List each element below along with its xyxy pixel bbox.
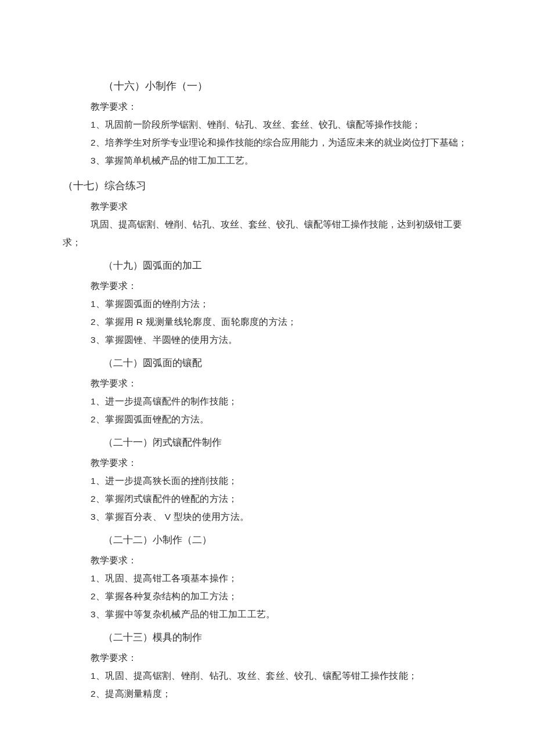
section-16-title: （十六）小制作（一） (103, 75, 470, 96)
section-17-body: 巩固、提高锯割、锉削、钻孔、攻丝、套丝、铰孔、镶配等钳工操作技能，达到初级钳工要… (63, 215, 470, 251)
section-16-item-3: 3、掌握简单机械产品的钳工加工工艺。 (91, 151, 470, 169)
section-22-title: （二十二）小制作（二） (103, 530, 470, 550)
section-23-item-2: 2、提高测量精度； (91, 685, 470, 703)
section-16-item-2: 2、培养学生对所学专业理论和操作技能的综合应用能力，为适应未来的就业岗位打下基础… (63, 133, 470, 151)
section-22-item-3: 3、掌握中等复杂机械产品的钳工加工工艺。 (91, 605, 470, 623)
section-19-item-3: 3、掌握圆锉、半圆锉的使用方法。 (91, 331, 470, 349)
section-16-item-1: 1、巩固前一阶段所学锯割、锉削、钻孔、攻丝、套丝、铰孔、镶配等操作技能； (91, 115, 470, 133)
section-22-req-label: 教学要求： (91, 551, 470, 569)
section-20-title: （二十）圆弧面的镶配 (103, 353, 470, 373)
section-20-req-label: 教学要求： (91, 374, 470, 392)
section-21-title: （二十一）闭式镶配件制作 (103, 433, 470, 453)
section-21-item-2: 2、掌握闭式镶配件的锉配的方法； (91, 490, 470, 508)
section-19-title: （十九）圆弧面的加工 (103, 256, 470, 276)
document-page: （十六）小制作（一） 教学要求： 1、巩固前一阶段所学锯割、锉削、钻孔、攻丝、套… (0, 0, 534, 749)
section-20-item-1: 1、进一步提高镶配件的制作技能； (91, 392, 470, 410)
section-19-item-2: 2、掌握用 R 规测量线轮廓度、面轮廓度的方法； (91, 313, 470, 331)
section-23-title: （二十三）模具的制作 (103, 628, 470, 648)
section-23-req-label: 教学要求： (91, 649, 470, 667)
section-21-item-1: 1、进一步提高狭长面的挫削技能； (91, 472, 470, 490)
section-22-item-2: 2、掌握各种复杂结构的加工方法； (91, 587, 470, 605)
section-17-title: （十七）综合练习 (63, 175, 470, 196)
section-16-req-label: 教学要求： (91, 97, 470, 115)
section-22-item-1: 1、巩固、提高钳工各项基本操作； (91, 569, 470, 587)
section-19-req-label: 教学要求： (91, 277, 470, 295)
section-20-item-2: 2、掌握圆弧面锉配的方法。 (91, 410, 470, 428)
section-21-item-3: 3、掌握百分表、 V 型块的使用方法。 (91, 508, 470, 526)
section-21-req-label: 教学要求： (91, 454, 470, 472)
section-17-req-label: 教学要求 (91, 197, 470, 215)
section-23-item-1: 1、巩固、提高锯割、锉削、钻孔、攻丝、套丝、铰孔、镶配等钳工操作技能； (91, 667, 470, 685)
section-19-item-1: 1、掌握圆弧面的锉削方法； (91, 295, 470, 313)
